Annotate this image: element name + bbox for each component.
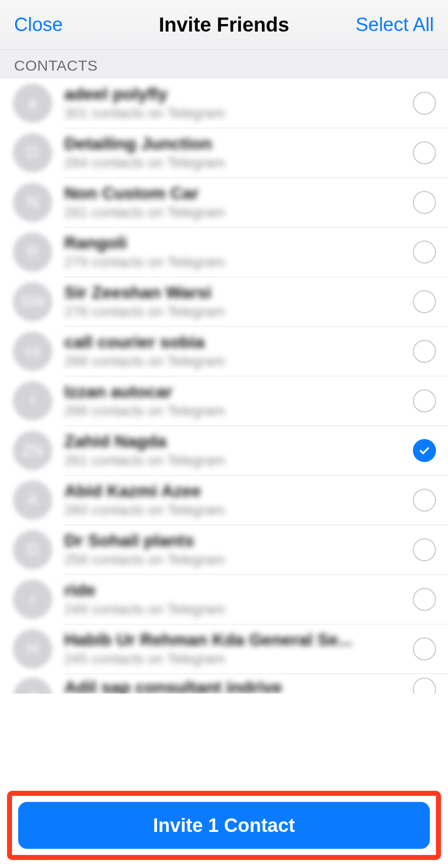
close-button[interactable]: Close <box>14 14 63 36</box>
contact-subtitle: 261 contacts on Telegram <box>64 452 407 469</box>
contact-row[interactable]: IIzzan autocar266 contacts on Telegram <box>0 376 448 425</box>
contact-name: adeel polyfly <box>64 84 407 104</box>
contact-text: call courier sobia268 contacts on Telegr… <box>64 332 407 369</box>
contact-avatar: A <box>13 481 52 520</box>
checkbox-unchecked[interactable] <box>413 241 436 264</box>
bottom-bar: Invite 1 Contact <box>0 784 448 868</box>
checkmark-icon <box>418 444 431 457</box>
contact-subtitle: 249 contacts on Telegram <box>64 600 407 618</box>
contact-text: Dr Sohail plants258 contacts on Telegram <box>64 531 407 568</box>
checkbox-unchecked[interactable] <box>413 678 436 694</box>
contact-name: Rangoli <box>64 233 407 253</box>
contact-name: Adil sap consultant indrive <box>64 678 407 694</box>
contact-name: Dr Sohail plants <box>64 531 407 550</box>
contact-subtitle: 301 contacts on Telegram <box>64 104 407 122</box>
contact-row[interactable]: DDetailing Junction284 contacts on Teleg… <box>0 128 448 177</box>
contact-text: Non Custom Car281 contacts on Telegram <box>64 183 407 221</box>
contact-avatar: a <box>13 84 52 123</box>
checkbox-unchecked[interactable] <box>413 340 436 363</box>
contact-name: Detailing Junction <box>64 134 407 153</box>
contact-name: Izzan autocar <box>64 382 407 401</box>
contact-text: Detailing Junction284 contacts on Telegr… <box>64 134 407 171</box>
checkbox-unchecked[interactable] <box>413 489 436 512</box>
contact-avatar: A <box>13 678 52 694</box>
checkbox-unchecked[interactable] <box>413 538 436 561</box>
contact-subtitle: 260 contacts on Telegram <box>64 501 407 519</box>
checkbox-unchecked[interactable] <box>413 588 436 611</box>
contact-row[interactable]: DDr Sohail plants258 contacts on Telegra… <box>0 525 448 574</box>
contact-row[interactable]: HHabib Ur Rehman Kda General Se...245 co… <box>0 624 448 674</box>
contact-subtitle: 245 contacts on Telegram <box>64 650 407 668</box>
contact-row[interactable]: SWSir Zeeshan Warsi276 contacts on Teleg… <box>0 277 448 326</box>
contact-subtitle: 266 contacts on Telegram <box>64 402 407 419</box>
contact-name: Zahid Nagda <box>64 431 407 451</box>
checkbox-unchecked[interactable] <box>413 389 436 412</box>
contact-row[interactable]: AAbid Kazmi Azee260 contacts on Telegram <box>0 475 448 525</box>
contact-avatar: cs <box>13 332 52 371</box>
tutorial-highlight-frame: Invite 1 Contact <box>7 791 441 860</box>
contact-subtitle: 258 contacts on Telegram <box>64 551 407 568</box>
contact-avatar: ZN <box>13 431 52 470</box>
contact-row[interactable]: AAdil sap consultant indrive <box>0 674 448 694</box>
contact-text: Abid Kazmi Azee260 contacts on Telegram <box>64 481 407 518</box>
contact-avatar: r <box>13 580 52 619</box>
contacts-section-label: CONTACTS <box>0 50 448 78</box>
contact-row[interactable]: cscall courier sobia268 contacts on Tele… <box>0 326 448 376</box>
contact-avatar: H <box>13 629 52 669</box>
contact-text: adeel polyfly301 contacts on Telegram <box>64 84 407 121</box>
contact-row[interactable]: aadeel polyfly301 contacts on Telegram <box>0 78 448 128</box>
invite-contacts-button[interactable]: Invite 1 Contact <box>18 802 430 849</box>
checkbox-unchecked[interactable] <box>413 637 436 661</box>
contact-name: Habib Ur Rehman Kda General Se... <box>64 630 407 649</box>
contact-subtitle: 281 contacts on Telegram <box>64 203 407 221</box>
contact-text: Rangoli279 contacts on Telegram <box>64 233 407 270</box>
contact-text: ride249 contacts on Telegram <box>64 580 407 617</box>
contact-row[interactable]: rride249 contacts on Telegram <box>0 574 448 624</box>
checkbox-unchecked[interactable] <box>413 141 436 164</box>
contact-avatar: D <box>13 530 52 569</box>
contact-text: Izzan autocar266 contacts on Telegram <box>64 382 407 419</box>
modal-title: Invite Friends <box>159 14 289 36</box>
contact-row[interactable]: NNon Custom Car281 contacts on Telegram <box>0 177 448 227</box>
contact-subtitle: 268 contacts on Telegram <box>64 352 407 370</box>
contact-subtitle: 279 contacts on Telegram <box>64 253 407 271</box>
contact-row[interactable]: RRangoli279 contacts on Telegram <box>0 227 448 277</box>
modal-header: Close Invite Friends Select All <box>0 0 448 50</box>
checkbox-unchecked[interactable] <box>413 92 436 115</box>
contact-avatar: D <box>13 133 52 172</box>
contact-text: Sir Zeeshan Warsi276 contacts on Telegra… <box>64 283 407 320</box>
contact-row[interactable]: ZNZahid Nagda261 contacts on Telegram <box>0 425 448 475</box>
contact-text: Habib Ur Rehman Kda General Se...245 con… <box>64 630 407 667</box>
contact-avatar: SW <box>13 282 52 321</box>
contact-text: Adil sap consultant indrive <box>64 678 407 694</box>
checkbox-unchecked[interactable] <box>413 290 436 313</box>
contact-name: Sir Zeeshan Warsi <box>64 283 407 302</box>
contact-name: ride <box>64 580 407 600</box>
contact-subtitle: 284 contacts on Telegram <box>64 154 407 171</box>
contact-name: call courier sobia <box>64 332 407 352</box>
contact-avatar: N <box>13 183 52 222</box>
contact-name: Abid Kazmi Azee <box>64 481 407 501</box>
contact-text: Zahid Nagda261 contacts on Telegram <box>64 431 407 469</box>
contact-avatar: I <box>13 381 52 420</box>
checkbox-unchecked[interactable] <box>413 191 436 214</box>
contacts-list: aadeel polyfly301 contacts on TelegramDD… <box>0 78 448 694</box>
contact-subtitle: 276 contacts on Telegram <box>64 303 407 320</box>
contact-name: Non Custom Car <box>64 183 407 203</box>
contact-avatar: R <box>13 233 52 272</box>
select-all-button[interactable]: Select All <box>356 14 434 36</box>
checkbox-checked[interactable] <box>413 439 436 462</box>
